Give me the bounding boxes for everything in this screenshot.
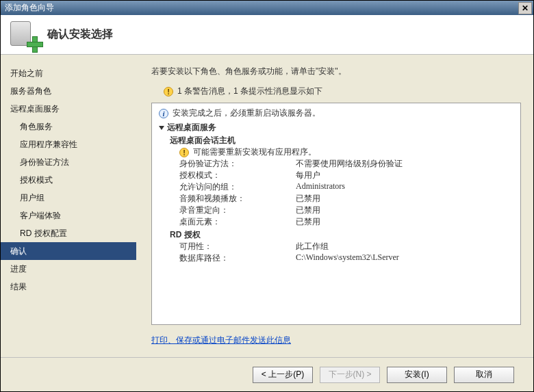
setting-key: 身份验证方法： xyxy=(179,158,296,170)
window-title: 添加角色向导 xyxy=(5,2,518,14)
wizard-footer: < 上一步(P) 下一步(N) > 安装(I) 取消 xyxy=(1,357,533,391)
summary-panel: i 安装完成之后，必须重新启动该服务器。 远程桌面服务 远程桌面会话主机 ! 可… xyxy=(151,103,521,325)
setting-row: 身份验证方法：不需要使用网络级别身份验证 xyxy=(179,158,513,170)
nav-item-4[interactable]: 应用程序兼容性 xyxy=(1,135,136,153)
info-icon: i xyxy=(159,109,168,118)
nav-item-3[interactable]: 角色服务 xyxy=(1,118,136,135)
message-summary: ! 1 条警告消息，1 条提示性消息显示如下 xyxy=(164,86,521,97)
titlebar: 添加角色向导 ✕ xyxy=(1,1,533,15)
restart-info-text: 安装完成之后，必须重新启动该服务器。 xyxy=(173,107,320,119)
session-warning-row: ! 可能需要重新安装现有应用程序。 xyxy=(179,146,513,158)
setting-value: 此工作组 xyxy=(296,241,329,252)
setting-row: 数据库路径：C:\Windows\system32\LServer xyxy=(179,252,513,264)
nav-item-2[interactable]: 远程桌面服务 xyxy=(1,100,136,118)
setting-value: Administrators xyxy=(296,181,345,193)
wizard-window: 添加角色向导 ✕ 确认安装选择 开始之前服务器角色远程桌面服务角色服务应用程序兼… xyxy=(0,0,534,392)
setting-row: 音频和视频播放：已禁用 xyxy=(179,193,513,205)
rd-licensing-heading: RD 授权 xyxy=(170,229,513,241)
page-title: 确认安装选择 xyxy=(47,27,113,42)
setting-value: 不需要使用网络级别身份验证 xyxy=(296,158,403,170)
nav-item-10[interactable]: 确认 xyxy=(1,242,136,260)
nav-item-0[interactable]: 开始之前 xyxy=(1,64,136,82)
warning-icon: ! xyxy=(164,87,173,96)
session-host-heading: 远程桌面会话主机 xyxy=(170,135,513,146)
setting-key: 可用性： xyxy=(179,241,296,252)
setting-value: 已禁用 xyxy=(296,216,320,228)
prev-button[interactable]: < 上一步(P) xyxy=(253,367,313,383)
setting-key: 允许访问的组： xyxy=(179,181,296,193)
setting-row: 授权模式：每用户 xyxy=(179,170,513,181)
restart-info-row: i 安装完成之后，必须重新启动该服务器。 xyxy=(159,107,513,119)
server-add-icon xyxy=(10,21,38,49)
nav-item-11[interactable]: 进度 xyxy=(1,260,136,278)
intro-text: 若要安装以下角色、角色服务或功能，请单击"安装"。 xyxy=(151,66,521,77)
session-host-settings: 身份验证方法：不需要使用网络级别身份验证授权模式：每用户允许访问的组：Admin… xyxy=(159,158,513,228)
close-button[interactable]: ✕ xyxy=(518,2,532,14)
cancel-button[interactable]: 取消 xyxy=(454,367,514,383)
export-link-row: 打印、保存或通过电子邮件发送此信息 xyxy=(151,335,521,346)
setting-key: 授权模式： xyxy=(179,170,296,181)
setting-key: 音频和视频播放： xyxy=(179,193,296,205)
nav-item-6[interactable]: 授权模式 xyxy=(1,171,136,189)
session-warning-text: 可能需要重新安装现有应用程序。 xyxy=(193,146,316,158)
setting-key: 录音重定向： xyxy=(179,205,296,216)
setting-row: 桌面元素：已禁用 xyxy=(179,216,513,228)
setting-value: 已禁用 xyxy=(296,193,320,205)
category-rds[interactable]: 远程桌面服务 xyxy=(159,122,513,133)
setting-value: C:\Windows\system32\LServer xyxy=(296,252,399,264)
setting-key: 桌面元素： xyxy=(179,216,296,228)
setting-value: 已禁用 xyxy=(296,205,320,216)
nav-item-5[interactable]: 身份验证方法 xyxy=(1,153,136,171)
setting-row: 允许访问的组：Administrators xyxy=(179,181,513,193)
setting-row: 录音重定向：已禁用 xyxy=(179,205,513,216)
nav-item-7[interactable]: 用户组 xyxy=(1,189,136,207)
wizard-header: 确认安装选择 xyxy=(1,15,533,55)
expand-triangle-icon xyxy=(159,126,164,130)
setting-value: 每用户 xyxy=(296,170,320,181)
setting-row: 可用性：此工作组 xyxy=(179,241,513,252)
nav-sidebar: 开始之前服务器角色远程桌面服务角色服务应用程序兼容性身份验证方法授权模式用户组客… xyxy=(1,55,136,357)
install-button[interactable]: 安装(I) xyxy=(387,367,447,383)
wizard-body: 开始之前服务器角色远程桌面服务角色服务应用程序兼容性身份验证方法授权模式用户组客… xyxy=(1,55,533,357)
message-summary-text: 1 条警告消息，1 条提示性消息显示如下 xyxy=(177,86,322,97)
nav-item-12[interactable]: 结果 xyxy=(1,278,136,296)
setting-key: 数据库路径： xyxy=(179,252,296,264)
nav-item-9[interactable]: RD 授权配置 xyxy=(1,224,136,242)
content-pane: 若要安装以下角色、角色服务或功能，请单击"安装"。 ! 1 条警告消息，1 条提… xyxy=(136,55,533,357)
nav-item-8[interactable]: 客户端体验 xyxy=(1,207,136,224)
nav-item-1[interactable]: 服务器角色 xyxy=(1,82,136,100)
warning-icon: ! xyxy=(179,148,189,157)
category-label: 远程桌面服务 xyxy=(167,122,216,133)
rd-licensing-settings: 可用性：此工作组数据库路径：C:\Windows\system32\LServe… xyxy=(159,241,513,264)
export-link[interactable]: 打印、保存或通过电子邮件发送此信息 xyxy=(151,335,291,345)
next-button: 下一步(N) > xyxy=(320,367,380,383)
